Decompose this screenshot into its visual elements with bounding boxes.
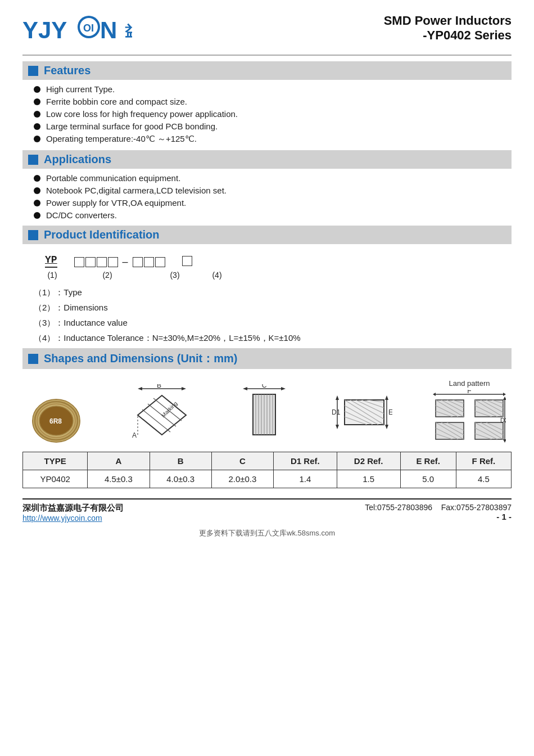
svg-text:F: F [467, 390, 471, 395]
ab-svg: B Marking A [125, 384, 198, 446]
cell-c: 2.0±0.3 [211, 470, 273, 488]
svg-marker-25 [281, 387, 286, 390]
svg-text:C: C [262, 384, 267, 389]
list-item: Power supply for VTR,OA equipment. [34, 198, 512, 208]
watermark: 更多资料下载请到五八文库wk.58sms.com [22, 528, 512, 538]
cell-d2: 1.5 [337, 470, 400, 488]
svg-text:N: N [100, 17, 117, 43]
pid-desc-text-1: （1）：Type [34, 287, 82, 298]
footer-page: - 1 - [365, 512, 512, 521]
svg-text:YJY: YJY [22, 17, 67, 43]
footer-right: Tel:0755-27803896 Fax:0755-27803897 - 1 … [365, 503, 512, 521]
bullet-icon [34, 212, 40, 219]
page: YJY OI N 益嘉源 SMD Power Inductors -YP0402… [0, 0, 534, 756]
footer-website[interactable]: http://www.yjycoin.com [22, 514, 102, 523]
d1e-svg: D1 [331, 384, 392, 446]
list-item: Ferrite bobbin core and compact size. [34, 97, 512, 106]
title-main: SMD Power Inductors [384, 14, 512, 28]
dimensions-table: TYPE A B C D1 Ref. D2 Ref. E Ref. F Ref.… [22, 452, 512, 488]
svg-marker-13 [138, 387, 142, 390]
logo-icon: YJY OI N 益嘉源 [22, 14, 132, 44]
shapes-title: Shapes and Dimensions (Unit：mm) [44, 351, 238, 366]
table-row: YP0402 4.5±0.3 4.0±0.3 2.0±0.3 1.4 1.5 5… [23, 470, 512, 488]
c-svg: C [239, 384, 289, 446]
pid-box4 [108, 257, 118, 267]
svg-marker-88 [503, 397, 506, 400]
pid-box8 [182, 256, 192, 266]
svg-marker-24 [243, 387, 247, 390]
col-a: A [88, 452, 150, 470]
coil-diagram: 6R8 [28, 395, 84, 446]
list-item: Large terminal surface for good PCB bond… [34, 122, 512, 131]
svg-marker-51 [385, 425, 388, 429]
pid-yp: YP [45, 254, 57, 268]
svg-text:E: E [388, 408, 392, 416]
footer-left: 深圳市益嘉源电子有限公司 http://www.yjycoin.com [22, 503, 124, 523]
list-item: Portable communication equipment. [34, 173, 512, 183]
cell-type: YP0402 [23, 470, 88, 488]
pid-label2: (2) [102, 271, 112, 280]
list-item: Low core loss for high frequency power a… [34, 109, 512, 119]
bullet-icon [34, 86, 40, 93]
d1e-diagram: D1 [331, 384, 392, 446]
bullet-icon [34, 111, 40, 118]
pid-label4: (4) [212, 271, 221, 280]
product-id-section-header: Product Identification [22, 226, 512, 244]
col-e: E Ref. [400, 452, 456, 470]
features-title: Features [44, 64, 90, 77]
list-item: DC/DC converters. [34, 210, 512, 220]
pid-box2 [85, 257, 96, 267]
svg-text:B: B [156, 384, 161, 389]
col-d1: D1 Ref. [273, 452, 337, 470]
footer-company: 深圳市益嘉源电子有限公司 [22, 503, 124, 514]
cell-d1: 1.4 [273, 470, 337, 488]
cell-e: 5.0 [400, 470, 456, 488]
list-item: Operating temperature:-40℃ ～+125℃. [34, 134, 512, 145]
coil-svg: 6R8 [28, 395, 84, 446]
features-square-icon [28, 66, 38, 76]
shapes-diagrams: 6R8 B Marking A [22, 379, 512, 446]
bullet-icon [34, 187, 40, 194]
shapes-section-header: Shapes and Dimensions (Unit：mm) [22, 348, 512, 369]
col-d2: D2 Ref. [337, 452, 400, 470]
svg-text:D1: D1 [332, 408, 341, 416]
applications-title: Applications [44, 153, 111, 166]
footer-tel: Tel:0755-27803896 [365, 503, 432, 512]
svg-text:D2: D2 [500, 417, 506, 424]
pid-desc-4: （4）：Inductance Tolerance：N=±30%,M=±20%，L… [34, 333, 512, 344]
pid-desc-text-4: （4）：Inductance Tolerance：N=±30%,M=±20%，L… [34, 333, 301, 344]
svg-marker-37 [336, 425, 339, 429]
pid-box5 [133, 257, 143, 267]
land-pattern-svg: F [433, 390, 506, 446]
list-item: Notebook PC,digital carmera,LCD televisi… [34, 186, 512, 195]
pid-descriptions: （1）：Type （2）：Dimensions （3）：Inductance v… [34, 287, 512, 344]
applications-list: Portable communication equipment. Notebo… [34, 173, 512, 220]
pid-box6 [144, 257, 154, 267]
pid-label1: (1) [47, 271, 57, 280]
svg-marker-54 [433, 393, 436, 396]
pid-dash: – [123, 256, 128, 268]
pid-desc-text-3: （3）：Inductance value [34, 318, 128, 328]
svg-text:A: A [132, 431, 137, 439]
bullet-icon [34, 123, 40, 130]
features-list: High current Type. Ferrite bobbin core a… [34, 84, 512, 145]
header: YJY OI N 益嘉源 SMD Power Inductors -YP0402… [22, 14, 512, 44]
svg-marker-36 [336, 395, 339, 400]
pid-desc-1: （1）：Type [34, 287, 512, 298]
pid-desc-text-2: （2）：Dimensions [34, 303, 108, 313]
table-header-row: TYPE A B C D1 Ref. D2 Ref. E Ref. F Ref. [23, 452, 512, 470]
svg-text:益嘉源: 益嘉源 [125, 23, 132, 39]
footer-fax: Fax:0755-27803897 [441, 503, 512, 512]
pid-box1 [74, 257, 84, 267]
footer: 深圳市益嘉源电子有限公司 http://www.yjycoin.com Tel:… [22, 498, 512, 523]
product-id-title: Product Identification [44, 228, 160, 241]
col-f: F Ref. [456, 452, 511, 470]
col-b: B [150, 452, 211, 470]
svg-text:6R8: 6R8 [49, 417, 62, 425]
footer-contact: Tel:0755-27803896 Fax:0755-27803897 [365, 503, 512, 512]
col-c: C [211, 452, 273, 470]
pid-box7 [155, 257, 165, 267]
cell-a: 4.5±0.3 [88, 470, 150, 488]
features-section-header: Features [22, 61, 512, 80]
bullet-icon [34, 98, 40, 105]
